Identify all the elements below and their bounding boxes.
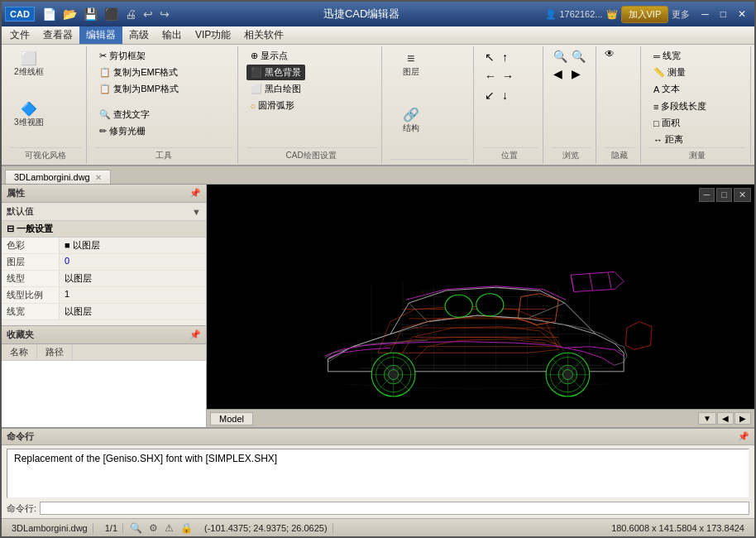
- props-subtitle-row: 默认值 ▼: [2, 203, 206, 221]
- command-input-label: 命令行:: [7, 502, 36, 515]
- props-row-linescale: 线型比例 1: [2, 287, 206, 304]
- menu-advanced[interactable]: 高级: [122, 26, 156, 44]
- redo-icon[interactable]: ↪: [157, 6, 172, 22]
- print-icon[interactable]: 🖨: [122, 6, 139, 22]
- save-icon[interactable]: 💾: [81, 6, 100, 22]
- browse-next-icon[interactable]: ▶: [570, 65, 587, 82]
- linetype-value[interactable]: 以图层: [60, 271, 206, 286]
- menu-vip[interactable]: VIP功能: [189, 26, 237, 44]
- status-icon-3[interactable]: ⚠: [165, 522, 174, 534]
- minimize-button[interactable]: ─: [696, 7, 714, 22]
- fav-pin-icon[interactable]: 📌: [189, 329, 201, 340]
- zoom-out-icon[interactable]: 🔍: [570, 48, 587, 65]
- pos-btn-2[interactable]: ↑: [500, 48, 516, 66]
- more-button[interactable]: 更多: [672, 8, 690, 21]
- cad-group-label: CAD绘图设置: [246, 147, 376, 161]
- props-subtitle: 默认值: [7, 205, 34, 218]
- scroll-left-btn[interactable]: ◀: [717, 412, 734, 425]
- pin-icon[interactable]: 📌: [189, 188, 201, 199]
- bw-draw-label: 黑白绘图: [265, 83, 301, 95]
- left-panel: 属性 📌 默认值 ▼ ⊟ 一般设置 色彩 ■ 以图层: [2, 185, 207, 427]
- favorites-panel: 收藏夹 📌 名称 路径: [2, 325, 206, 427]
- pos-btn-1[interactable]: ↖: [482, 48, 499, 66]
- menu-output[interactable]: 输出: [156, 26, 189, 44]
- layers-label: 图层: [403, 66, 419, 78]
- find-text-button[interactable]: 🔍 查找文字: [95, 107, 154, 122]
- doc-tab-lamborghini[interactable]: 3DLamborgini.dwg ✕: [5, 170, 111, 184]
- view-buttons: ⬜ 2维线框 🔷 3维视图: [10, 48, 81, 147]
- structure-icon: 🔗: [403, 107, 419, 122]
- menu-editor[interactable]: 编辑器: [79, 26, 122, 44]
- ribbon-group-measure: ═ 线宽 📏 测量 A 文本: [644, 46, 751, 163]
- pos-btn-3[interactable]: ←: [482, 67, 499, 85]
- canvas-maximize-btn[interactable]: □: [716, 188, 732, 202]
- distance-button[interactable]: ↔ 距离: [649, 132, 711, 147]
- print-setup-icon[interactable]: ⬛: [102, 6, 121, 22]
- props-dropdown[interactable]: ▼: [192, 207, 201, 217]
- layer-value[interactable]: 0: [60, 254, 206, 270]
- cad-canvas[interactable]: ─ □ ✕: [207, 185, 754, 409]
- vip-button[interactable]: 加入VIP: [621, 6, 669, 23]
- browse-prev-icon[interactable]: ◀: [552, 65, 569, 82]
- linewidth-prop-value[interactable]: 以图层: [60, 304, 206, 319]
- close-button[interactable]: ✕: [733, 7, 751, 22]
- bw-draw-button[interactable]: ⬜ 黑白绘图: [246, 81, 305, 97]
- canvas-minimize-btn[interactable]: ─: [699, 188, 715, 202]
- structure-button[interactable]: 🔗 结构: [390, 104, 432, 137]
- canvas-bottom-bar: Model ▼ ◀ ▶: [207, 409, 754, 427]
- linewidth-button[interactable]: ═ 线宽: [649, 48, 690, 64]
- general-settings-header[interactable]: ⊟ 一般设置: [2, 221, 206, 238]
- text-button[interactable]: A 文本: [649, 81, 690, 97]
- model-tab[interactable]: Model: [210, 412, 253, 425]
- smooth-arc-button[interactable]: ○ 圆滑弧形: [246, 98, 305, 113]
- pos-btn-6[interactable]: ↓: [500, 86, 516, 104]
- show-points-button[interactable]: ⊕ 显示点: [246, 48, 305, 64]
- area-button[interactable]: □ 面积: [649, 115, 711, 131]
- new-icon[interactable]: 📄: [40, 6, 59, 22]
- linescale-value[interactable]: 1: [60, 287, 206, 303]
- view-group-label: 可视化风格: [10, 147, 81, 161]
- command-header-pin[interactable]: 📌: [738, 431, 749, 442]
- menu-related[interactable]: 相关软件: [237, 26, 290, 44]
- status-icon-2[interactable]: ⚙: [149, 522, 158, 534]
- menu-viewer[interactable]: 查看器: [36, 26, 79, 44]
- canvas-area: ─ □ ✕ Model ▼ ◀ ▶: [207, 185, 754, 427]
- fav-col-path: 路径: [37, 344, 73, 360]
- user-avatar-icon: 👤: [545, 9, 557, 20]
- hide-icon[interactable]: 👁: [605, 48, 615, 60]
- pos-btn-5[interactable]: ↙: [482, 86, 499, 104]
- measure-button[interactable]: 📏 测量: [649, 65, 690, 80]
- doc-tab-close[interactable]: ✕: [95, 173, 102, 182]
- status-dimensions: 180.6008 x 141.5804 x 173.8424: [606, 523, 749, 533]
- zoom-in-icon[interactable]: 🔍: [552, 48, 569, 65]
- 3d-icon: 🔷: [21, 101, 37, 117]
- command-area: 命令行 📌 Replacement of the [Geniso.SHX] fo…: [2, 427, 754, 518]
- command-input[interactable]: [40, 502, 749, 515]
- menu-file[interactable]: 文件: [3, 26, 36, 44]
- maximize-button[interactable]: □: [715, 7, 731, 22]
- polyline-length-button[interactable]: ≡ 多段线长度: [649, 98, 711, 114]
- status-icon-4[interactable]: 🔒: [180, 522, 193, 534]
- open-icon[interactable]: 📂: [60, 6, 79, 22]
- 3d-view-button[interactable]: 🔷 3维视图: [10, 98, 48, 131]
- copy-emf-button[interactable]: 📋 复制为EMF格式: [95, 65, 183, 80]
- trim-raster-button[interactable]: ✏ 修剪光栅: [95, 123, 154, 139]
- pos-btn-4[interactable]: →: [500, 67, 516, 85]
- undo-icon[interactable]: ↩: [141, 6, 156, 22]
- layers-button[interactable]: ≡ 图层: [390, 48, 432, 80]
- general-settings-label: 一般设置: [17, 223, 53, 235]
- copy-bmp-button[interactable]: 📋 复制为BMP格式: [95, 81, 183, 97]
- 2d-wireframe-button[interactable]: ⬜ 2维线框: [10, 48, 48, 80]
- scroll-down-btn[interactable]: ▼: [698, 412, 716, 425]
- status-filename: 3DLamborgini.dwg: [7, 523, 93, 533]
- tools-buttons: ✂ 剪切框架 📋 复制为EMF格式 📋 复制为BMP格式: [95, 48, 232, 147]
- cut-frame-button[interactable]: ✂ 剪切框架: [95, 48, 183, 64]
- properties-panel: 默认值 ▼ ⊟ 一般设置 色彩 ■ 以图层 图层 0: [2, 203, 206, 325]
- status-icon-1[interactable]: 🔍: [130, 522, 142, 534]
- app-logo: CAD: [5, 7, 35, 22]
- scroll-right-btn[interactable]: ▶: [734, 412, 751, 425]
- black-bg-button[interactable]: ⬛ 黑色背景: [246, 65, 305, 80]
- canvas-close-btn[interactable]: ✕: [734, 188, 751, 202]
- color-value[interactable]: ■ 以图层: [60, 238, 206, 253]
- show-points-label: 显示点: [261, 50, 288, 62]
